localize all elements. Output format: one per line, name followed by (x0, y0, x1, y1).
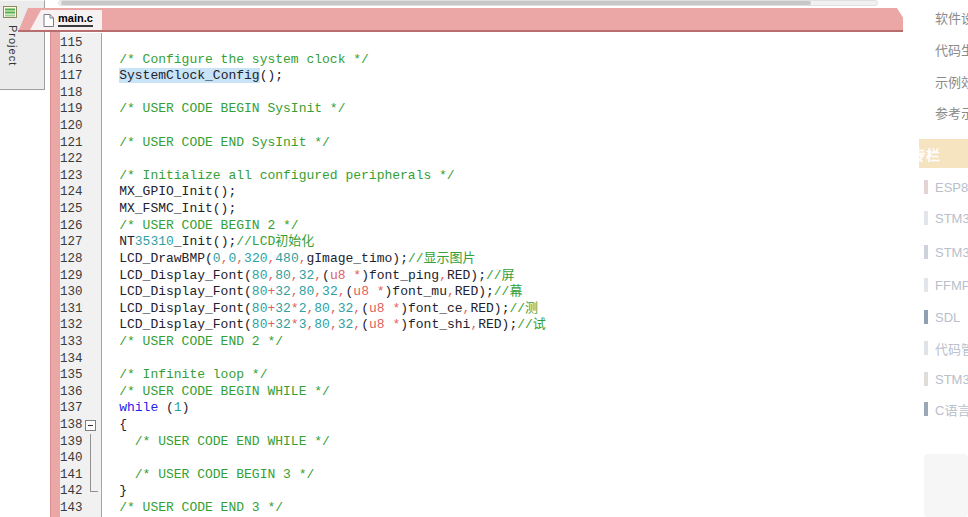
code-line[interactable]: MX_GPIO_Init(); (88, 184, 903, 201)
code-line[interactable]: MX_FSMC_Init(); (88, 201, 903, 218)
code-line[interactable]: /* USER CODE END WHILE */ (88, 434, 903, 451)
category-thumbnail-bar (924, 341, 928, 355)
tab-bar-underline (18, 30, 903, 32)
category-label: FFMPEG (935, 278, 968, 293)
category-item[interactable]: FFMPEG (924, 276, 968, 294)
code-line[interactable]: /* USER CODE END SysInit */ (88, 135, 903, 152)
code-line[interactable] (88, 118, 903, 135)
toc-link[interactable]: 参考示例 (935, 103, 968, 119)
code-line[interactable]: /* Infinite loop */ (88, 367, 903, 384)
category-item[interactable]: 代码管理 (924, 339, 968, 357)
category-item[interactable]: STM32 (924, 370, 968, 388)
code-line[interactable]: /* USER CODE BEGIN 2 */ (88, 218, 903, 235)
code-line[interactable]: while (1) (88, 400, 903, 417)
category-item[interactable]: SDL (924, 308, 968, 326)
toc-link[interactable]: 示例效果 (935, 72, 968, 88)
code-line[interactable] (88, 450, 903, 467)
code-line[interactable]: /* USER CODE BEGIN SysInit */ (88, 101, 903, 118)
tab-label: main.c (58, 13, 93, 27)
category-item[interactable]: C语言 (924, 400, 968, 418)
code-line[interactable] (88, 151, 903, 168)
toc-link[interactable]: 软件设置 (935, 8, 968, 24)
code-line[interactable]: /* USER CODE END 2 */ (88, 334, 903, 351)
horizontal-scrollbar-thumb[interactable] (61, 1, 811, 5)
code-line[interactable]: } (88, 483, 903, 500)
category-label: STM32 (935, 211, 968, 226)
code-editor-area[interactable]: /* Configure the system clock */ SystemC… (88, 35, 903, 517)
code-line[interactable]: LCD_Display_Font(80+32*2,80,32,(u8 *)fon… (88, 301, 903, 318)
code-line[interactable] (88, 85, 903, 102)
category-item[interactable]: STM32 (924, 243, 968, 261)
code-line[interactable]: SystemClock_Config(); (88, 68, 903, 85)
category-column-header-label: 专栏 (919, 144, 940, 164)
category-thumbnail-bar (924, 310, 928, 324)
category-thumbnail-bar (924, 402, 928, 416)
category-thumbnail-bar (924, 278, 928, 292)
category-label: C语言 (935, 400, 968, 419)
code-line[interactable]: LCD_DrawBMP(0,0,320,480,gImage_timo);//显… (88, 251, 903, 268)
code-line[interactable]: /* Initialize all configured peripherals… (88, 168, 903, 185)
sidebar-bottom-block (924, 454, 968, 517)
tab-bar (18, 8, 903, 32)
code-line[interactable]: /* Configure the system clock */ (88, 52, 903, 69)
code-line[interactable]: /* USER CODE BEGIN WHILE */ (88, 384, 903, 401)
category-label: STM32 (935, 372, 968, 387)
category-thumbnail-bar (924, 180, 928, 194)
category-label: SDL (935, 310, 960, 325)
tab-main-c[interactable]: main.c (30, 10, 102, 30)
code-line[interactable]: LCD_Display_Font(80,80,32,(u8 *)font_pin… (88, 268, 903, 285)
toc-link[interactable]: 代码生成 (935, 40, 968, 56)
code-line[interactable]: NT35310_Init();//LCD初始化 (88, 234, 903, 251)
category-label: STM32 (935, 245, 968, 260)
code-line[interactable] (88, 35, 903, 52)
category-thumbnail-bar (924, 372, 928, 386)
code-line[interactable] (88, 351, 903, 368)
project-grid-icon (3, 4, 17, 22)
code-line[interactable]: /* USER CODE BEGIN 3 */ (88, 467, 903, 484)
code-line[interactable]: { (88, 417, 903, 434)
category-label: 代码管理 (935, 339, 968, 358)
code-line[interactable]: LCD_Display_Font(80+32*3,80,32,(u8 *)fon… (88, 317, 903, 334)
code-line[interactable]: /* USER CODE END 3 */ (88, 500, 903, 517)
document-icon (43, 14, 54, 27)
category-item[interactable]: ESP8266 (924, 178, 968, 196)
category-label: ESP8266 (935, 180, 968, 195)
category-column-header: 专栏 (919, 139, 968, 168)
category-item[interactable]: STM32 (924, 209, 968, 227)
category-thumbnail-bar (924, 245, 928, 259)
editor-left-frame (50, 32, 60, 517)
category-thumbnail-bar (924, 211, 928, 225)
code-line[interactable]: LCD_Display_Font(80+32,80,32,(u8 *)font_… (88, 284, 903, 301)
